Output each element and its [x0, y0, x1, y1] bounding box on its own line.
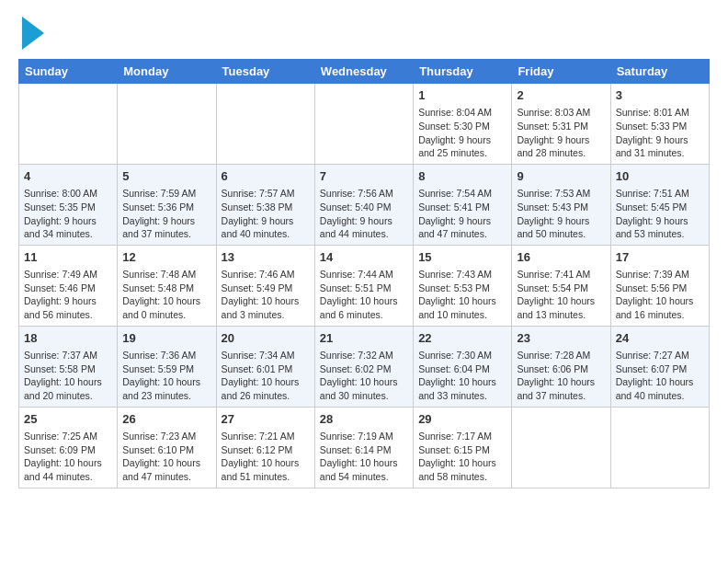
- calendar-cell: 9Sunrise: 7:53 AM Sunset: 5:43 PM Daylig…: [512, 164, 610, 245]
- calendar-cell: 27Sunrise: 7:21 AM Sunset: 6:12 PM Dayli…: [216, 407, 314, 488]
- day-number: 14: [320, 249, 408, 266]
- calendar-cell: 28Sunrise: 7:19 AM Sunset: 6:14 PM Dayli…: [314, 407, 413, 488]
- calendar-cell: 6Sunrise: 7:57 AM Sunset: 5:38 PM Daylig…: [216, 164, 314, 245]
- header-wednesday: Wednesday: [314, 60, 413, 84]
- calendar-week-3: 11Sunrise: 7:49 AM Sunset: 5:46 PM Dayli…: [19, 245, 710, 326]
- day-number: 5: [122, 168, 210, 185]
- day-number: 12: [122, 249, 210, 266]
- calendar-cell: 11Sunrise: 7:49 AM Sunset: 5:46 PM Dayli…: [19, 245, 118, 326]
- calendar-week-2: 4Sunrise: 8:00 AM Sunset: 5:35 PM Daylig…: [19, 164, 710, 245]
- day-info: Sunrise: 8:00 AM Sunset: 5:35 PM Dayligh…: [24, 187, 112, 241]
- day-number: 4: [24, 168, 112, 185]
- day-number: 20: [222, 330, 310, 347]
- day-number: 24: [616, 330, 704, 347]
- day-info: Sunrise: 7:39 AM Sunset: 5:56 PM Dayligh…: [616, 268, 704, 322]
- calendar-cell: 15Sunrise: 7:43 AM Sunset: 5:53 PM Dayli…: [414, 245, 512, 326]
- day-info: Sunrise: 7:37 AM Sunset: 5:58 PM Dayligh…: [24, 349, 112, 403]
- calendar-cell: 14Sunrise: 7:44 AM Sunset: 5:51 PM Dayli…: [314, 245, 413, 326]
- day-number: 27: [222, 411, 310, 428]
- day-number: 19: [122, 330, 210, 347]
- day-info: Sunrise: 7:53 AM Sunset: 5:43 PM Dayligh…: [517, 187, 605, 241]
- day-number: 11: [24, 249, 112, 266]
- day-info: Sunrise: 7:28 AM Sunset: 6:06 PM Dayligh…: [517, 349, 605, 403]
- day-info: Sunrise: 7:54 AM Sunset: 5:41 PM Dayligh…: [418, 187, 506, 241]
- header-monday: Monday: [118, 60, 216, 84]
- day-number: 16: [517, 249, 605, 266]
- calendar-cell: 10Sunrise: 7:51 AM Sunset: 5:45 PM Dayli…: [610, 164, 709, 245]
- header-friday: Friday: [512, 60, 610, 84]
- day-number: 25: [24, 411, 112, 428]
- day-info: Sunrise: 7:57 AM Sunset: 5:38 PM Dayligh…: [222, 187, 310, 241]
- calendar-cell: 12Sunrise: 7:48 AM Sunset: 5:48 PM Dayli…: [118, 245, 216, 326]
- calendar-cell: 18Sunrise: 7:37 AM Sunset: 5:58 PM Dayli…: [19, 326, 118, 407]
- day-info: Sunrise: 7:30 AM Sunset: 6:04 PM Dayligh…: [418, 349, 506, 403]
- calendar-week-5: 25Sunrise: 7:25 AM Sunset: 6:09 PM Dayli…: [19, 407, 710, 488]
- day-number: 22: [418, 330, 506, 347]
- day-info: Sunrise: 7:43 AM Sunset: 5:53 PM Dayligh…: [418, 268, 506, 322]
- day-number: 6: [222, 168, 310, 185]
- day-number: 13: [222, 249, 310, 266]
- day-number: 3: [616, 87, 704, 104]
- calendar-cell: [314, 84, 413, 165]
- day-info: Sunrise: 7:34 AM Sunset: 6:01 PM Dayligh…: [222, 349, 310, 403]
- logo: [18, 18, 44, 50]
- calendar-cell: 13Sunrise: 7:46 AM Sunset: 5:49 PM Dayli…: [216, 245, 314, 326]
- day-info: Sunrise: 7:27 AM Sunset: 6:07 PM Dayligh…: [616, 349, 704, 403]
- calendar-cell: [610, 407, 709, 488]
- day-number: 8: [418, 168, 506, 185]
- day-info: Sunrise: 7:21 AM Sunset: 6:12 PM Dayligh…: [222, 430, 310, 484]
- calendar-table: SundayMondayTuesdayWednesdayThursdayFrid…: [18, 59, 710, 488]
- day-number: 10: [616, 168, 704, 185]
- calendar-cell: [19, 84, 118, 165]
- calendar-cell: 24Sunrise: 7:27 AM Sunset: 6:07 PM Dayli…: [610, 326, 709, 407]
- day-info: Sunrise: 7:59 AM Sunset: 5:36 PM Dayligh…: [122, 187, 210, 241]
- day-number: 28: [320, 411, 408, 428]
- calendar-cell: 22Sunrise: 7:30 AM Sunset: 6:04 PM Dayli…: [414, 326, 512, 407]
- day-info: Sunrise: 8:04 AM Sunset: 5:30 PM Dayligh…: [418, 106, 506, 160]
- calendar-cell: 16Sunrise: 7:41 AM Sunset: 5:54 PM Dayli…: [512, 245, 610, 326]
- calendar-cell: 7Sunrise: 7:56 AM Sunset: 5:40 PM Daylig…: [314, 164, 413, 245]
- day-info: Sunrise: 7:32 AM Sunset: 6:02 PM Dayligh…: [320, 349, 408, 403]
- header-sunday: Sunday: [19, 60, 118, 84]
- calendar-cell: 19Sunrise: 7:36 AM Sunset: 5:59 PM Dayli…: [118, 326, 216, 407]
- day-number: 9: [517, 168, 605, 185]
- calendar-cell: 21Sunrise: 7:32 AM Sunset: 6:02 PM Dayli…: [314, 326, 413, 407]
- day-number: 1: [418, 87, 506, 104]
- calendar-cell: [216, 84, 314, 165]
- day-info: Sunrise: 7:48 AM Sunset: 5:48 PM Dayligh…: [122, 268, 210, 322]
- calendar-cell: [118, 84, 216, 165]
- day-info: Sunrise: 7:25 AM Sunset: 6:09 PM Dayligh…: [24, 430, 112, 484]
- day-info: Sunrise: 7:46 AM Sunset: 5:49 PM Dayligh…: [222, 268, 310, 322]
- day-number: 2: [517, 87, 605, 104]
- day-number: 17: [616, 249, 704, 266]
- day-number: 15: [418, 249, 506, 266]
- calendar-cell: 3Sunrise: 8:01 AM Sunset: 5:33 PM Daylig…: [610, 84, 709, 165]
- day-info: Sunrise: 7:23 AM Sunset: 6:10 PM Dayligh…: [122, 430, 210, 484]
- header-thursday: Thursday: [414, 60, 512, 84]
- calendar-week-4: 18Sunrise: 7:37 AM Sunset: 5:58 PM Dayli…: [19, 326, 710, 407]
- calendar-cell: 4Sunrise: 8:00 AM Sunset: 5:35 PM Daylig…: [19, 164, 118, 245]
- header-saturday: Saturday: [610, 60, 709, 84]
- day-info: Sunrise: 7:51 AM Sunset: 5:45 PM Dayligh…: [616, 187, 704, 241]
- day-info: Sunrise: 7:17 AM Sunset: 6:15 PM Dayligh…: [418, 430, 506, 484]
- calendar-cell: 29Sunrise: 7:17 AM Sunset: 6:15 PM Dayli…: [414, 407, 512, 488]
- day-info: Sunrise: 7:49 AM Sunset: 5:46 PM Dayligh…: [24, 268, 112, 322]
- header-tuesday: Tuesday: [216, 60, 314, 84]
- calendar-cell: 5Sunrise: 7:59 AM Sunset: 5:36 PM Daylig…: [118, 164, 216, 245]
- day-info: Sunrise: 8:01 AM Sunset: 5:33 PM Dayligh…: [616, 106, 704, 160]
- logo-arrow-icon: [22, 17, 44, 50]
- calendar-cell: 23Sunrise: 7:28 AM Sunset: 6:06 PM Dayli…: [512, 326, 610, 407]
- day-number: 7: [320, 168, 408, 185]
- day-number: 26: [122, 411, 210, 428]
- day-info: Sunrise: 7:36 AM Sunset: 5:59 PM Dayligh…: [122, 349, 210, 403]
- day-number: 29: [418, 411, 506, 428]
- calendar-cell: 1Sunrise: 8:04 AM Sunset: 5:30 PM Daylig…: [414, 84, 512, 165]
- day-number: 23: [517, 330, 605, 347]
- calendar-cell: 17Sunrise: 7:39 AM Sunset: 5:56 PM Dayli…: [610, 245, 709, 326]
- calendar-cell: 2Sunrise: 8:03 AM Sunset: 5:31 PM Daylig…: [512, 84, 610, 165]
- day-info: Sunrise: 7:56 AM Sunset: 5:40 PM Dayligh…: [320, 187, 408, 241]
- calendar-cell: 20Sunrise: 7:34 AM Sunset: 6:01 PM Dayli…: [216, 326, 314, 407]
- calendar-cell: 25Sunrise: 7:25 AM Sunset: 6:09 PM Dayli…: [19, 407, 118, 488]
- calendar-cell: [512, 407, 610, 488]
- day-info: Sunrise: 7:19 AM Sunset: 6:14 PM Dayligh…: [320, 430, 408, 484]
